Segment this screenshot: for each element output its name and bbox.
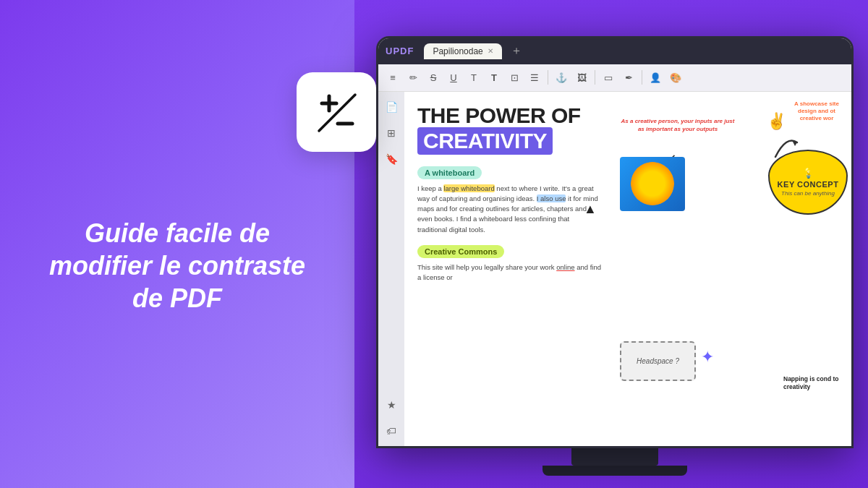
doc-content: THE POWER OF CREATIVITY ▲ A whiteboard I…	[404, 92, 614, 446]
toolbar-strikethrough-icon[interactable]: S	[425, 69, 442, 86]
title-bar: UPDF Papilionodae ✕ ＋	[378, 38, 851, 64]
app-logo: UPDF	[386, 46, 414, 56]
sunflower-image	[620, 157, 685, 211]
toolbar-anchor-icon[interactable]: ⚓	[553, 69, 570, 86]
toolbar-user-icon[interactable]: 👤	[647, 69, 664, 86]
toolbar-separator	[548, 70, 548, 85]
toolbar-underline-icon[interactable]: U	[445, 69, 462, 86]
sidebar-tag-icon[interactable]: 🏷	[382, 421, 401, 440]
page-title: Guide facile de modifier le contraste de…	[0, 217, 354, 314]
toolbar-separator2	[595, 70, 595, 85]
doc-title-line1: THE POWER OF	[417, 103, 601, 127]
sidebar: 📄 ⊞ 🔖 ★ 🏷	[378, 92, 404, 446]
napping-text: Napping is cond to creativity	[783, 375, 848, 391]
sidebar-star-icon[interactable]: ★	[382, 395, 401, 414]
toolbar-rect-icon[interactable]: ▭	[600, 69, 617, 86]
section-whiteboard-badge: A whiteboard	[417, 166, 482, 179]
monitor: UPDF Papilionodae ✕ ＋ ≡ ✏ S U T T ⊡	[369, 13, 861, 476]
tab-name: Papilionodae	[433, 46, 482, 56]
hand-emoji-icon: ✌️	[767, 112, 786, 131]
toolbar-textbold-icon[interactable]: T	[485, 69, 503, 86]
lightbulb-icon: 💡	[802, 167, 814, 179]
active-tab[interactable]: Papilionodae ✕	[424, 43, 501, 59]
left-panel: Guide facile de modifier le contraste de…	[0, 0, 354, 488]
highlight-also-use: I also use	[537, 194, 566, 202]
toolbar-text-icon[interactable]: T	[465, 69, 482, 86]
key-concept-title: KEY CONCEPT	[778, 180, 839, 189]
tab-close-button[interactable]: ✕	[488, 47, 493, 55]
plus-minus-icon	[313, 89, 359, 135]
monitor-screen: UPDF Papilionodae ✕ ＋ ≡ ✏ S U T T ⊡	[376, 36, 854, 448]
toolbar-separator3	[642, 70, 642, 85]
sidebar-layers-icon[interactable]: ⊞	[382, 124, 401, 142]
content-area: 📄 ⊞ 🔖 ★ 🏷 THE POWER OF CREATIVITY ▲ A wh…	[378, 92, 851, 446]
underline-online: online	[556, 263, 574, 271]
icon-badge	[297, 72, 376, 152]
doc-body2: This site will help you legally share yo…	[417, 262, 601, 283]
sidebar-bookmark-icon[interactable]: 🔖	[382, 150, 401, 168]
section-creative-commons-badge: Creative Commons	[417, 245, 504, 258]
toolbar-color-icon[interactable]: 🎨	[667, 69, 684, 86]
doc-title-highlight: CREATIVITY	[417, 127, 553, 155]
doc-body1: I keep a large whiteboard next to where …	[417, 184, 601, 235]
headspace-label: Headspace ?	[637, 357, 679, 365]
creative-quote-text: As a creative person, your inputs are ju…	[620, 117, 736, 133]
showcase-text: A showcase site design and ot creative w…	[788, 100, 846, 123]
highlight-large-whiteboard: large whiteboard	[443, 184, 494, 192]
toolbar-frame-icon[interactable]: ⊡	[506, 69, 523, 86]
toolbar-list-icon[interactable]: ☰	[526, 69, 543, 86]
star-decoration-icon: ✦	[701, 348, 714, 367]
sidebar-document-icon[interactable]: 📄	[382, 98, 401, 116]
key-concept-sub: This can be anything	[781, 190, 835, 197]
toolbar-pen-icon[interactable]: ✒	[620, 69, 637, 86]
monitor-stand	[571, 448, 658, 466]
key-concept-bubble: 💡 KEY CONCEPT This can be anything	[768, 150, 848, 215]
sunflower-circle	[631, 162, 674, 205]
toolbar-pencil-icon[interactable]: ✏	[404, 69, 422, 86]
toolbar-align-icon[interactable]: ≡	[384, 69, 401, 86]
app-window: UPDF Papilionodae ✕ ＋ ≡ ✏ S U T T ⊡	[378, 38, 851, 446]
toolbar-image-icon[interactable]: 🖼	[573, 69, 590, 86]
right-panel: UPDF Papilionodae ✕ ＋ ≡ ✏ S U T T ⊡	[354, 0, 868, 488]
creative-content: A showcase site design and ot creative w…	[614, 92, 851, 446]
toolbar: ≡ ✏ S U T T ⊡ ☰ ⚓ 🖼 ▭ ✒ 👤 🎨	[378, 64, 851, 92]
headspace-box: Headspace ?	[620, 341, 696, 381]
monitor-base	[542, 466, 687, 476]
tab-add-button[interactable]: ＋	[511, 43, 522, 59]
